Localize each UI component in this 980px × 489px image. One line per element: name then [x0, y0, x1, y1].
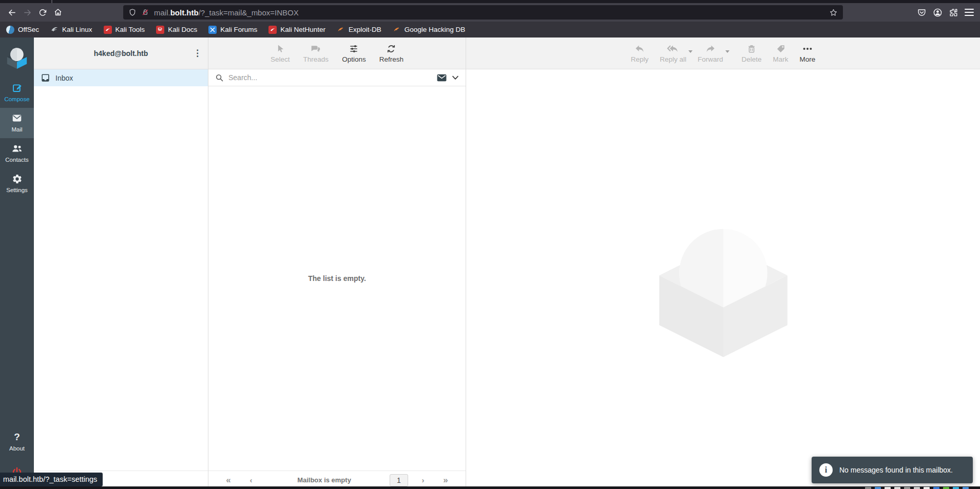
tool-label: Refresh — [379, 55, 403, 63]
search-options-chevron-icon[interactable] — [452, 74, 459, 81]
pagination: « ‹ Mailbox is empty › » — [208, 474, 466, 486]
more-dots-icon — [802, 44, 813, 54]
tracking-shield-icon[interactable] — [128, 8, 137, 16]
delete-button[interactable]: Delete — [742, 44, 762, 63]
tool-label: Forward — [698, 55, 723, 63]
roundcube-app: Compose Mail Contacts Settings ? About — [0, 37, 980, 489]
taskbar-icon[interactable] — [933, 487, 939, 489]
bookmark-kali-nethunter[interactable]: Kali NetHunter — [268, 26, 325, 34]
tool-label: Select — [271, 55, 290, 63]
folders-body — [34, 86, 208, 471]
bookmark-google-hacking-db[interactable]: Google Hacking DB — [393, 26, 466, 34]
back-button[interactable] — [4, 5, 20, 20]
taskbar-icon[interactable] — [875, 487, 881, 489]
menu-hamburger-icon[interactable] — [965, 9, 974, 16]
forward-button[interactable] — [20, 5, 35, 20]
threads-button[interactable]: Threads — [303, 44, 329, 63]
mark-button[interactable]: Mark — [773, 44, 789, 63]
taskbar-icon[interactable] — [914, 487, 920, 489]
sidebar-item-label: Compose — [4, 96, 29, 102]
mark-tag-icon — [776, 44, 786, 54]
message-preview-area: i No messages found in this mailbox. — [466, 69, 980, 489]
taskbar-icon[interactable] — [963, 487, 969, 489]
bookmark-exploit-db[interactable]: Exploit-DB — [337, 26, 381, 34]
forward-dropdown-caret[interactable] — [725, 50, 729, 53]
bookmark-kali-docs[interactable]: Kali Docs — [156, 26, 197, 34]
forward-button[interactable]: Forward — [698, 44, 723, 63]
extensions-puzzle-icon[interactable] — [949, 8, 958, 17]
taskbar-icon[interactable] — [924, 487, 930, 489]
sidebar-item-settings[interactable]: Settings — [0, 168, 34, 199]
search-bar — [208, 69, 466, 86]
compose-icon — [12, 82, 23, 93]
account-icon[interactable] — [933, 8, 943, 17]
browser-chrome: mail.bolt.htb/?_task=mail&_mbox=INBOX Of… — [0, 0, 980, 37]
insecure-lock-icon[interactable] — [141, 8, 149, 16]
select-button[interactable]: Select — [271, 44, 290, 63]
bookmark-label: Kali Forums — [220, 26, 257, 33]
toast-notification[interactable]: i No messages found in this mailbox. — [812, 457, 973, 483]
folder-options-kebab-icon[interactable]: ⋮ — [187, 48, 208, 59]
search-input[interactable] — [228, 73, 432, 82]
bookmark-kali-linux[interactable]: Kali Linux — [50, 26, 92, 34]
sidebar-item-about[interactable]: ? About — [0, 427, 34, 457]
reply-icon — [634, 44, 645, 54]
sidebar-item-label: Mail — [11, 126, 22, 133]
taskbar-icon[interactable] — [943, 487, 949, 489]
taskbar-icon[interactable] — [953, 487, 959, 489]
first-page-button[interactable]: « — [221, 475, 236, 485]
info-icon: i — [819, 463, 833, 477]
url-prefix: mail. — [154, 8, 170, 17]
taskbar-icon[interactable] — [904, 487, 910, 489]
empty-list-text: The list is empty. — [308, 274, 366, 283]
bookmark-star-icon[interactable] — [829, 8, 838, 17]
folder-item-inbox[interactable]: Inbox — [34, 69, 208, 86]
refresh-icon — [386, 44, 396, 54]
folders-pane: h4ked@bolt.htb ⋮ Inbox — [34, 37, 208, 489]
search-icon — [215, 73, 224, 82]
taskbar-sliver — [0, 486, 980, 489]
sidebar-item-compose[interactable]: Compose — [0, 78, 34, 108]
reload-button[interactable] — [35, 5, 50, 20]
bookmark-kali-forums[interactable]: Kali Forums — [208, 26, 257, 34]
tool-label: Reply all — [660, 55, 686, 63]
roundcube-logo — [0, 37, 34, 78]
message-toolbar: Reply Reply all Forward Delete — [466, 37, 980, 69]
roundcube-watermark-logo — [643, 199, 803, 360]
bookmark-kali-tools[interactable]: Kali Tools — [104, 26, 145, 34]
reply-button[interactable]: Reply — [631, 44, 649, 63]
prev-page-button[interactable]: ‹ — [243, 476, 259, 484]
bookmark-label: Google Hacking DB — [405, 26, 466, 33]
reply-all-button[interactable]: Reply all — [660, 44, 686, 63]
reply-all-dropdown-caret[interactable] — [688, 50, 693, 53]
taskbar-icon[interactable] — [865, 487, 871, 489]
sidebar-item-label: Contacts — [5, 157, 28, 163]
sidebar-item-contacts[interactable]: Contacts — [0, 138, 34, 168]
next-page-button[interactable]: › — [415, 476, 431, 484]
refresh-button[interactable]: Refresh — [379, 44, 403, 63]
inbox-icon — [41, 73, 50, 83]
taskbar-icon[interactable] — [885, 487, 891, 489]
taskbar-icons — [865, 487, 969, 489]
delete-trash-icon — [746, 44, 757, 54]
bookmark-label: Kali NetHunter — [280, 26, 325, 33]
home-button[interactable] — [50, 5, 66, 20]
search-scope-mail-icon[interactable] — [436, 73, 447, 82]
bookmark-offsec[interactable]: OffSec — [6, 26, 39, 34]
last-page-button[interactable]: » — [438, 475, 453, 485]
tool-label: Options — [342, 55, 366, 63]
more-button[interactable]: More — [800, 44, 816, 63]
bookmark-label: Kali Docs — [168, 26, 197, 33]
account-name: h4ked@bolt.htb — [34, 49, 187, 58]
options-button[interactable]: Options — [342, 44, 366, 63]
pocket-icon[interactable] — [917, 8, 927, 17]
url-domain: bolt.htb — [170, 8, 199, 17]
reply-all-icon — [667, 44, 679, 54]
sidebar-item-mail[interactable]: Mail — [0, 108, 34, 138]
forward-icon — [23, 8, 32, 17]
contacts-icon — [11, 143, 23, 154]
bookmarks-toolbar: OffSec Kali Linux Kali Tools Kali Docs K… — [0, 22, 980, 37]
taskbar-icon[interactable] — [894, 487, 900, 489]
url-bar[interactable]: mail.bolt.htb/?_task=mail&_mbox=INBOX — [123, 5, 843, 20]
page-number-input[interactable] — [390, 474, 408, 486]
